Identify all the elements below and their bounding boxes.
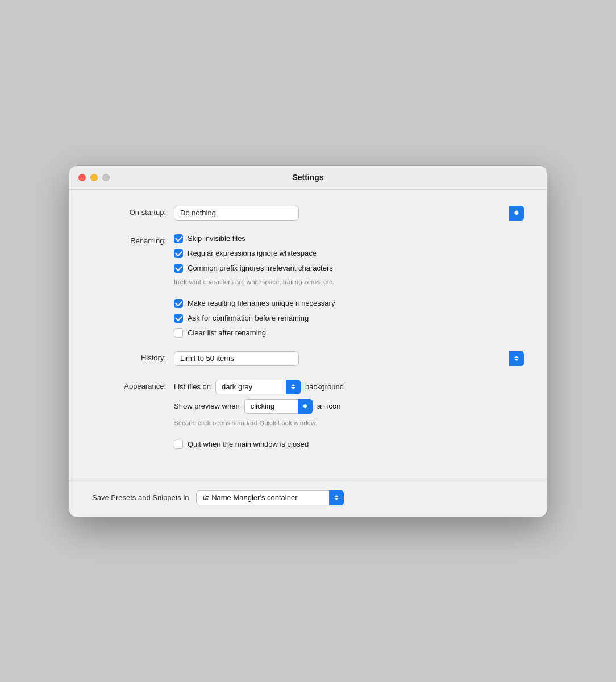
startup-stepper-icon	[509, 206, 524, 221]
appearance-content: List files on dark gray light gray white…	[174, 380, 524, 449]
main-content: On startup: Do nothing Show open dialog …	[69, 190, 547, 479]
background-suffix: background	[305, 382, 344, 391]
list-files-row: List files on dark gray light gray white…	[174, 380, 524, 394]
unique-filenames-label: Make resulting filenames unique if neces…	[188, 299, 335, 307]
renaming-checkbox-group-2: Make resulting filenames unique if neces…	[174, 299, 524, 338]
history-select-wrapper: Limit to 50 items Limit to 100 items Unl…	[174, 351, 524, 366]
window-title: Settings	[292, 173, 323, 182]
startup-label: On startup:	[92, 206, 166, 217]
common-prefix-label: Common prefix ignores irrelevant charact…	[188, 264, 333, 272]
presets-section: Save Presets and Snippets in 🗂 Name Mang…	[69, 479, 547, 517]
appearance-section: Appearance: List files on dark gray ligh…	[92, 380, 524, 449]
settings-window: Settings On startup: Do nothing Show ope…	[69, 166, 547, 517]
history-content: Limit to 50 items Limit to 100 items Unl…	[174, 351, 524, 366]
background-select-wrapper: dark gray light gray white black	[215, 380, 301, 394]
startup-section: On startup: Do nothing Show open dialog …	[92, 206, 524, 221]
traffic-lights	[78, 174, 110, 181]
startup-select[interactable]: Do nothing Show open dialog Open last fi…	[174, 206, 299, 221]
preview-select-wrapper: clicking hovering	[244, 399, 313, 414]
history-select[interactable]: Limit to 50 items Limit to 100 items Unl…	[174, 351, 299, 366]
startup-select-wrapper: Do nothing Show open dialog Open last fi…	[174, 206, 524, 221]
skip-invisible-row[interactable]: Skip invisible files	[174, 234, 524, 243]
minimize-button[interactable]	[90, 174, 98, 181]
renaming-hint: Irrelevant characters are whitespace, tr…	[174, 278, 524, 285]
clear-list-row[interactable]: Clear list after renaming	[174, 328, 524, 338]
preview-row: Show preview when clicking hovering an i…	[174, 399, 524, 414]
renaming-checkbox-group-1: Skip invisible files Regular expressions…	[174, 234, 524, 273]
arrow-up-icon	[514, 210, 519, 213]
regex-whitespace-checkbox[interactable]	[174, 249, 183, 258]
renaming-section: Renaming: Skip invisible files Regular e…	[92, 234, 524, 338]
quit-on-close-row[interactable]: Quit when the main window is closed	[174, 440, 524, 449]
history-label: History:	[92, 351, 166, 362]
preview-suffix: an icon	[317, 402, 341, 410]
appearance-label: Appearance:	[92, 380, 166, 390]
quit-on-close-checkbox[interactable]	[174, 440, 183, 449]
clear-list-label: Clear list after renaming	[188, 328, 266, 337]
titlebar: Settings	[69, 166, 547, 190]
ask-confirmation-label: Ask for confirmation before renaming	[188, 314, 309, 322]
unique-filenames-checkbox[interactable]	[174, 299, 183, 308]
renaming-label: Renaming:	[92, 234, 166, 245]
background-select[interactable]: dark gray light gray white black	[215, 380, 301, 394]
skip-invisible-label: Skip invisible files	[188, 234, 245, 243]
startup-content: Do nothing Show open dialog Open last fi…	[174, 206, 524, 221]
quit-on-close-label: Quit when the main window is closed	[188, 440, 309, 448]
arrow-up-icon	[514, 356, 519, 358]
arrow-down-icon	[514, 359, 519, 361]
common-prefix-checkbox[interactable]	[174, 264, 183, 273]
ask-confirmation-checkbox[interactable]	[174, 314, 183, 323]
ask-confirmation-row[interactable]: Ask for confirmation before renaming	[174, 314, 524, 323]
clear-list-checkbox[interactable]	[174, 328, 183, 338]
preview-hint: Second click opens standard Quick Look w…	[174, 419, 524, 426]
skip-invisible-checkbox[interactable]	[174, 234, 183, 243]
arrow-down-icon	[514, 213, 519, 215]
presets-label: Save Presets and Snippets in	[92, 493, 189, 502]
regex-whitespace-label: Regular expressions ignore whitespace	[188, 249, 317, 257]
history-section: History: Limit to 50 items Limit to 100 …	[92, 351, 524, 366]
regex-whitespace-row[interactable]: Regular expressions ignore whitespace	[174, 249, 524, 258]
maximize-button[interactable]	[102, 174, 110, 181]
presets-select-wrapper: 🗂 Name Mangler's container iCloud Drive …	[196, 490, 344, 505]
unique-filenames-row[interactable]: Make resulting filenames unique if neces…	[174, 299, 524, 308]
renaming-content: Skip invisible files Regular expressions…	[174, 234, 524, 338]
close-button[interactable]	[78, 174, 86, 181]
preview-prefix: Show preview when	[174, 402, 240, 410]
list-files-prefix: List files on	[174, 382, 211, 391]
preview-select[interactable]: clicking hovering	[244, 399, 313, 414]
presets-select[interactable]: 🗂 Name Mangler's container iCloud Drive …	[196, 490, 344, 505]
common-prefix-row[interactable]: Common prefix ignores irrelevant charact…	[174, 264, 524, 273]
history-stepper-icon	[509, 351, 524, 366]
